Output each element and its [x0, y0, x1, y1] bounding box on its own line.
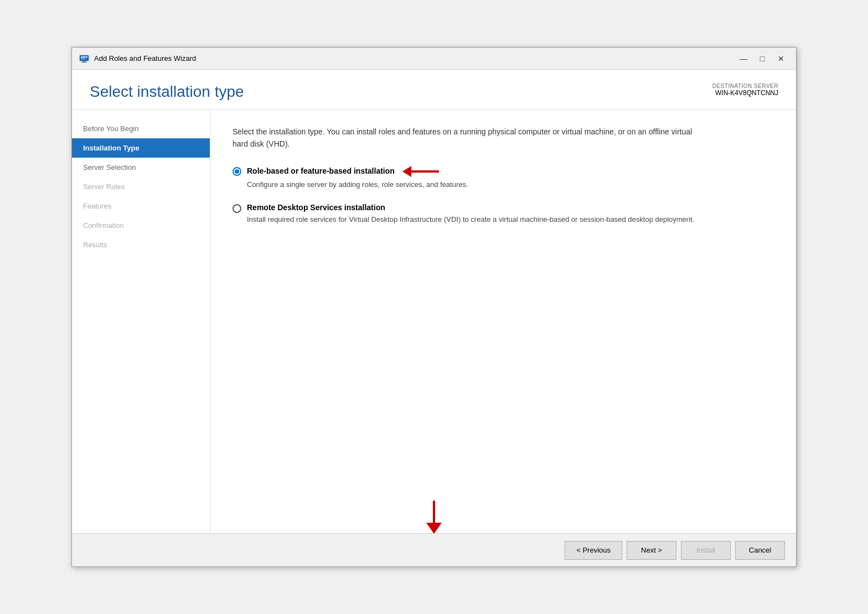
app-icon — [79, 53, 90, 64]
sidebar-item-before-you-begin[interactable]: Before You Begin — [72, 119, 210, 138]
sidebar-item-server-selection[interactable]: Server Selection — [72, 158, 210, 177]
footer: < Previous Next > Install Cancel — [72, 533, 796, 566]
radio-role-based-content: Role-based or feature-based installation… — [247, 166, 774, 190]
install-button: Install — [681, 541, 731, 560]
cancel-button[interactable]: Cancel — [735, 541, 785, 560]
down-arrow-shaft — [433, 501, 435, 523]
radio-remote-desktop-title: Remote Desktop Services installation — [247, 203, 774, 212]
radio-remote-desktop-desc: Install required role services for Virtu… — [247, 214, 774, 225]
title-bar: Add Roles and Features Wizard — □ ✕ — [72, 48, 796, 70]
previous-button[interactable]: < Previous — [565, 541, 622, 560]
option-remote-desktop[interactable]: Remote Desktop Services installation Ins… — [232, 203, 774, 225]
down-arrow-annotation — [426, 501, 442, 534]
server-name: WIN-K4V8QNTCNNJ — [712, 89, 778, 97]
content-area: Select the installation type. You can in… — [210, 110, 796, 533]
destination-server: DESTINATION SERVER WIN-K4V8QNTCNNJ — [712, 83, 778, 97]
minimize-button[interactable]: — — [735, 53, 752, 64]
svg-rect-3 — [82, 61, 86, 62]
sidebar-item-features: Features — [72, 196, 210, 216]
radio-role-based[interactable] — [232, 167, 241, 176]
sidebar-item-installation-type[interactable]: Installation Type — [72, 138, 210, 158]
radio-role-based-desc: Configure a single server by adding role… — [247, 179, 774, 190]
content-description: Select the installation type. You can in… — [232, 126, 709, 150]
title-bar-left: Add Roles and Features Wizard — [79, 53, 196, 64]
title-bar-text: Add Roles and Features Wizard — [94, 54, 196, 63]
sidebar-item-server-roles: Server Roles — [72, 177, 210, 196]
option-arrow-right — [402, 166, 439, 177]
wizard-window: Add Roles and Features Wizard — □ ✕ Sele… — [71, 47, 797, 567]
header-area: Select installation type DESTINATION SER… — [72, 70, 796, 110]
main-content: Before You Begin Installation Type Serve… — [72, 110, 796, 533]
next-button[interactable]: Next > — [627, 541, 676, 560]
radio-remote-desktop[interactable] — [232, 204, 241, 213]
sidebar: Before You Begin Installation Type Serve… — [72, 110, 210, 533]
svg-rect-4 — [81, 62, 87, 63]
option-role-based[interactable]: Role-based or feature-based installation… — [232, 166, 774, 190]
arrowhead-icon — [402, 166, 411, 177]
title-bar-controls: — □ ✕ — [735, 53, 789, 64]
sidebar-item-confirmation: Confirmation — [72, 216, 210, 235]
sidebar-item-results: Results — [72, 235, 210, 254]
destination-label: DESTINATION SERVER — [712, 83, 778, 89]
down-arrow-head — [426, 523, 442, 534]
close-button[interactable]: ✕ — [773, 53, 789, 64]
svg-rect-2 — [81, 58, 85, 59]
svg-rect-1 — [81, 56, 87, 58]
radio-remote-desktop-content: Remote Desktop Services installation Ins… — [247, 203, 774, 225]
radio-role-based-title: Role-based or feature-based installation — [247, 166, 774, 177]
maximize-button[interactable]: □ — [754, 53, 771, 64]
arrow-shaft — [411, 170, 439, 173]
page-title: Select installation type — [90, 83, 244, 101]
